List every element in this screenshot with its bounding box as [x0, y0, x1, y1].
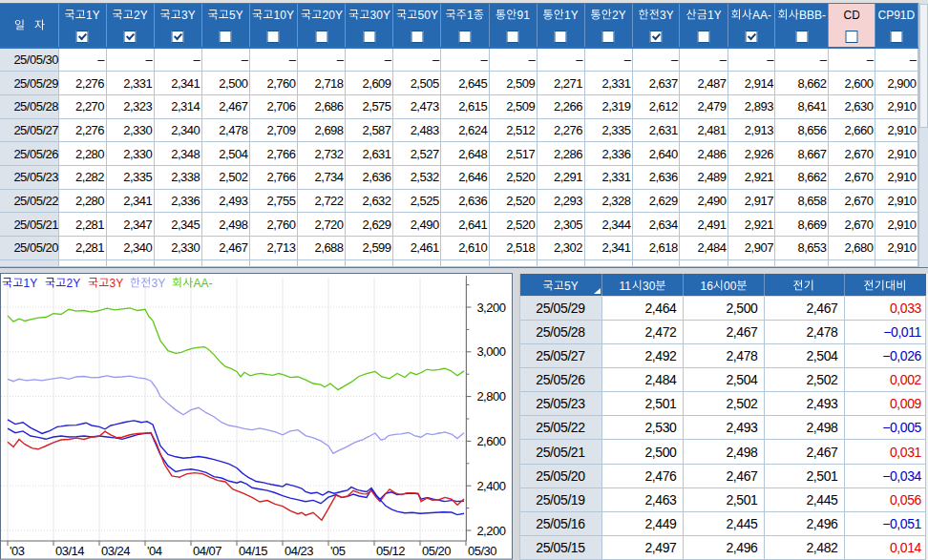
svg-text:2Y: 2Y [67, 277, 80, 290]
svg-text:3Y: 3Y [181, 8, 195, 21]
svg-text:2Y: 2Y [612, 8, 625, 21]
svg-text:1Y: 1Y [564, 8, 578, 21]
svg-text:CP91D: CP91D [878, 8, 916, 21]
svg-text:CD: CD [844, 8, 860, 21]
svg-text:20Y: 20Y [322, 8, 342, 21]
svg-text:30: 30 [643, 279, 656, 292]
svg-text:50Y: 50Y [417, 8, 437, 21]
svg-text:91: 91 [517, 8, 530, 21]
svg-text:2Y: 2Y [134, 8, 147, 21]
svg-text:1Y: 1Y [24, 277, 37, 290]
svg-text:3Y: 3Y [660, 8, 673, 21]
svg-text:5Y: 5Y [564, 279, 578, 292]
svg-text:AA-: AA- [752, 8, 771, 21]
svg-text:1: 1 [467, 8, 474, 21]
svg-text:10Y: 10Y [274, 8, 294, 21]
svg-text:3Y: 3Y [110, 277, 123, 290]
svg-text:1Y: 1Y [707, 8, 721, 21]
svg-text:3Y: 3Y [152, 277, 165, 290]
svg-text:BBB-: BBB- [799, 8, 826, 21]
svg-text:1Y: 1Y [86, 8, 99, 21]
svg-text:11: 11 [619, 279, 631, 292]
svg-text:16: 16 [700, 279, 713, 292]
svg-text:5Y: 5Y [229, 8, 243, 21]
svg-text:00: 00 [724, 279, 737, 292]
svg-text:AA-: AA- [194, 277, 213, 290]
svg-text:30Y: 30Y [369, 8, 390, 21]
